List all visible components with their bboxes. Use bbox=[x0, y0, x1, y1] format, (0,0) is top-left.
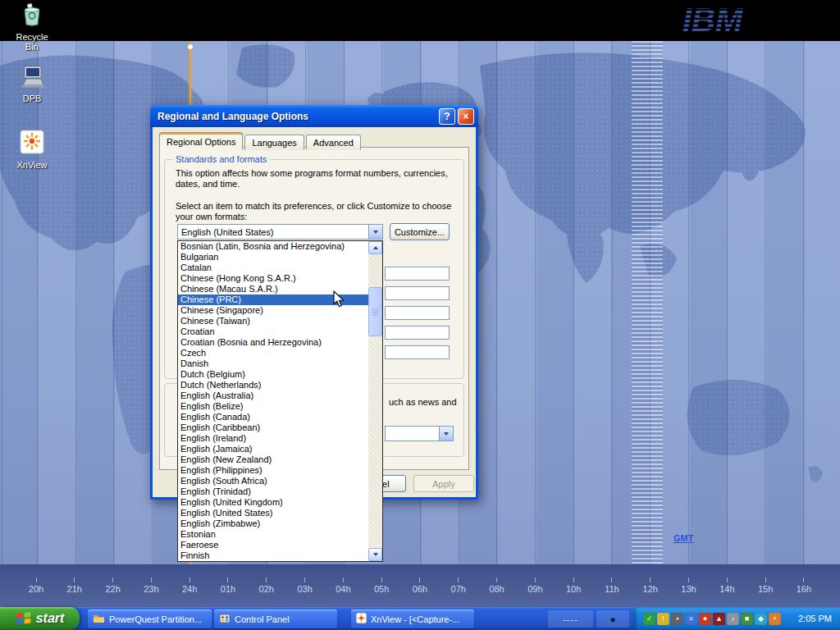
list-item[interactable]: Croatian bbox=[178, 326, 368, 337]
taskbar-toolbar-dashes[interactable]: ---- bbox=[548, 610, 593, 628]
tab-strip: Regional Options Languages Advanced bbox=[159, 132, 363, 150]
scroll-down-button[interactable] bbox=[368, 548, 382, 561]
hour-label: 11h bbox=[600, 578, 623, 594]
list-item[interactable]: English (Australia) bbox=[178, 390, 368, 401]
list-item[interactable]: English (Caribbean) bbox=[178, 422, 368, 433]
list-item[interactable]: Czech bbox=[178, 348, 368, 358]
list-item[interactable]: English (Jamaica) bbox=[178, 444, 368, 454]
list-item[interactable]: Bulgarian bbox=[178, 252, 368, 262]
sample-field bbox=[385, 267, 450, 281]
list-item[interactable]: Finnish bbox=[178, 550, 368, 561]
desktop-icon-label: Recycle Bin bbox=[8, 32, 56, 52]
sample-field bbox=[385, 306, 450, 320]
list-item[interactable]: Croatian (Bosnia and Herzegovina) bbox=[178, 337, 368, 348]
location-combobox[interactable] bbox=[385, 426, 454, 441]
xnview-icon bbox=[20, 143, 44, 157]
list-item[interactable]: Chinese (PRC) bbox=[178, 294, 368, 305]
hour-scale-band: 20h21h22h23h24h01h02h03h04h05h06h07h08h0… bbox=[0, 564, 840, 607]
tray-icon-antivirus-shield[interactable]: ✓ bbox=[643, 613, 655, 625]
standards-instruction: Select an item to match its preferences,… bbox=[176, 201, 459, 222]
tray-icon-update[interactable]: ● bbox=[699, 613, 711, 625]
combobox-arrow-icon[interactable] bbox=[439, 427, 453, 441]
close-button[interactable]: × bbox=[458, 108, 474, 125]
list-item[interactable]: Danish bbox=[178, 358, 368, 369]
language-listbox[interactable]: Bosnian (Latin, Bosnia and Herzegovina)B… bbox=[177, 240, 383, 562]
list-item[interactable]: Dutch (Belgium) bbox=[178, 369, 368, 380]
taskbar-button-powerquest[interactable]: PowerQuest Partition... bbox=[88, 609, 212, 628]
taskbar-misc-icon[interactable]: ● bbox=[596, 610, 629, 628]
hour-label: 03h bbox=[294, 578, 317, 594]
list-item[interactable]: Chinese (Macau S.A.R.) bbox=[178, 284, 368, 294]
taskbar-button-xnview[interactable]: XnView - [<Capture-... bbox=[351, 609, 474, 628]
xnview-taskbar-icon bbox=[356, 613, 367, 625]
hour-label: 04h bbox=[331, 578, 354, 594]
list-item[interactable]: Bosnian (Latin, Bosnia and Herzegovina) bbox=[178, 241, 368, 252]
taskbar-clock[interactable]: 2:05 PM bbox=[798, 614, 833, 623]
desktop-icon-recycle-bin[interactable]: Recycle Bin bbox=[8, 3, 56, 52]
hour-label: 12h bbox=[639, 578, 662, 594]
hour-label-row: 20h21h22h23h24h01h02h03h04h05h06h07h08h0… bbox=[0, 578, 840, 594]
customize-button[interactable]: Customize... bbox=[390, 223, 450, 240]
taskbar-button-control-panel[interactable]: Control Panel bbox=[214, 609, 337, 628]
list-item[interactable]: Chinese (Taiwan) bbox=[178, 316, 368, 326]
list-item[interactable]: Chinese (Singapore) bbox=[178, 305, 368, 316]
tray-icon-warning[interactable]: ▲ bbox=[713, 613, 725, 625]
sample-field bbox=[385, 345, 450, 359]
tab-advanced[interactable]: Advanced bbox=[306, 135, 361, 150]
combobox-arrow-icon[interactable] bbox=[368, 225, 382, 239]
list-item[interactable]: English (Philippines) bbox=[178, 465, 368, 476]
hour-label: 07h bbox=[447, 578, 470, 594]
hour-label: 14h bbox=[715, 578, 738, 594]
tab-languages[interactable]: Languages bbox=[244, 135, 304, 150]
hour-label: 21h bbox=[63, 578, 86, 594]
date-line-hatch-band bbox=[632, 41, 663, 564]
taskbar-button-label: PowerQuest Partition... bbox=[109, 614, 202, 624]
windows-flag-icon bbox=[16, 610, 32, 628]
apply-button[interactable]: Apply bbox=[413, 475, 474, 492]
list-item[interactable]: English (New Zealand) bbox=[178, 454, 368, 465]
hour-label: 05h bbox=[370, 578, 393, 594]
hour-label: 23h bbox=[139, 578, 162, 594]
scroll-up-button[interactable] bbox=[368, 241, 382, 254]
scroll-thumb[interactable] bbox=[368, 287, 382, 336]
start-button[interactable]: start bbox=[0, 607, 80, 630]
list-item[interactable]: English (Trinidad) bbox=[178, 486, 368, 497]
control-panel-icon bbox=[219, 614, 231, 625]
list-item[interactable]: English (South Africa) bbox=[178, 476, 368, 486]
hour-label: 10h bbox=[562, 578, 585, 594]
listbox-scrollbar[interactable] bbox=[368, 241, 382, 561]
list-item[interactable]: Estonian bbox=[178, 529, 368, 540]
tray-icon-display[interactable]: ▪ bbox=[671, 613, 683, 625]
tab-regional-options[interactable]: Regional Options bbox=[159, 132, 243, 150]
list-item[interactable]: English (United Kingdom) bbox=[178, 497, 368, 508]
list-item[interactable]: English (Belize) bbox=[178, 401, 368, 412]
desktop-top-band: IBM bbox=[0, 0, 840, 41]
tray-icon-alert[interactable]: ! bbox=[657, 613, 669, 625]
list-item[interactable]: English (Zimbabwe) bbox=[178, 518, 368, 529]
group-caption: Standards and formats bbox=[173, 154, 269, 164]
list-item[interactable]: Faeroese bbox=[178, 540, 368, 550]
desktop-icon-label: XnView bbox=[8, 160, 56, 170]
list-item[interactable]: Dutch (Netherlands) bbox=[178, 380, 368, 390]
hour-label: 20h bbox=[25, 578, 48, 594]
start-button-label: start bbox=[36, 611, 65, 626]
system-tray: ✓!▪≡●▲♪■◆+ 2:05 PM bbox=[633, 607, 840, 630]
list-item[interactable]: Catalan bbox=[178, 262, 368, 273]
desktop-icon-dpb[interactable]: DPB bbox=[8, 66, 56, 103]
list-item[interactable]: English (United States) bbox=[178, 508, 368, 518]
help-button[interactable]: ? bbox=[439, 108, 455, 125]
desktop-icon-label: DPB bbox=[8, 94, 56, 103]
list-item[interactable]: Chinese (Hong Kong S.A.R.) bbox=[178, 273, 368, 284]
hour-label: 02h bbox=[255, 578, 278, 594]
tray-icon-messenger[interactable]: ◆ bbox=[755, 613, 767, 625]
tray-icon-volume[interactable]: ♪ bbox=[727, 613, 739, 625]
tray-icon-battery[interactable]: ■ bbox=[741, 613, 753, 625]
desktop-icon-xnview[interactable]: XnView bbox=[8, 130, 56, 170]
list-item[interactable]: English (Ireland) bbox=[178, 433, 368, 444]
tray-icon-utility[interactable]: + bbox=[769, 613, 781, 625]
list-item[interactable]: English (Canada) bbox=[178, 412, 368, 422]
format-combobox[interactable]: English (United States) bbox=[177, 224, 383, 240]
dialog-titlebar[interactable]: Regional and Language Options ? × bbox=[150, 105, 478, 127]
hour-label: 09h bbox=[523, 578, 546, 594]
tray-icon-network[interactable]: ≡ bbox=[685, 613, 697, 625]
